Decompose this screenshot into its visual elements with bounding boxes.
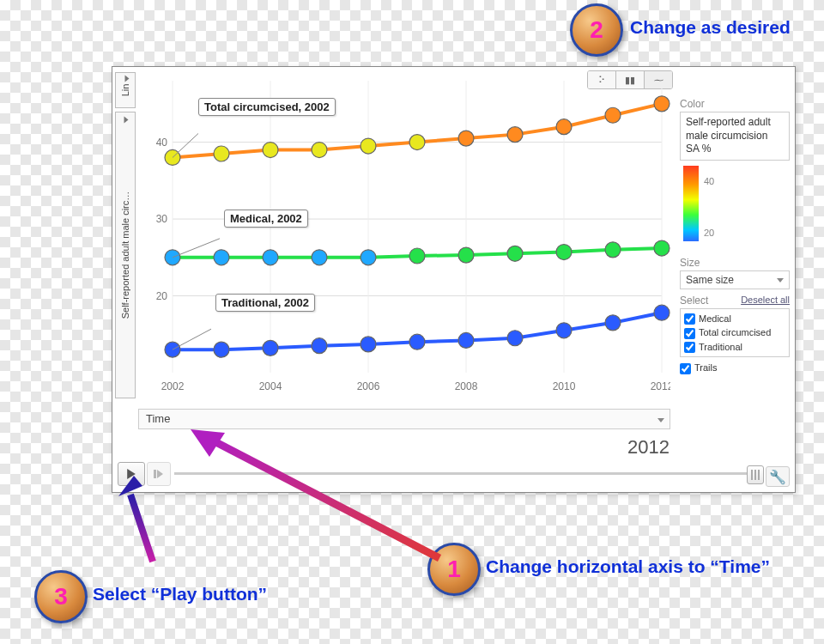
svg-marker-62	[118, 476, 142, 496]
checkbox-traditional[interactable]	[684, 342, 695, 353]
select-label: SelectDeselect all	[680, 295, 790, 307]
yaxis-scale-button[interactable]: Lin	[115, 72, 136, 108]
svg-point-21	[214, 146, 229, 161]
side-panel: Color Self-reported adult male circumcis…	[680, 93, 790, 374]
size-label: Size	[680, 257, 790, 269]
svg-text:30: 30	[156, 213, 168, 225]
series-label-traditional: Traditional, 2002	[215, 294, 315, 312]
svg-point-51	[605, 315, 621, 331]
svg-point-34	[312, 250, 327, 265]
gradient-tick-lo: 20	[704, 228, 714, 238]
svg-point-50	[556, 323, 572, 338]
svg-point-25	[409, 135, 425, 150]
settings-button[interactable]: 🔧	[766, 466, 790, 487]
svg-text:40: 40	[156, 137, 168, 149]
svg-point-32	[214, 250, 229, 265]
annotation-text-2: Change as desired	[630, 17, 791, 38]
svg-point-44	[263, 340, 278, 355]
size-select[interactable]: Same size	[680, 270, 790, 289]
svg-point-46	[360, 337, 376, 352]
wrench-icon: 🔧	[769, 469, 786, 485]
plot-area: 203040200220042006200820102012 Total cir…	[138, 72, 670, 397]
annotation-badge-2: 2	[570, 3, 623, 57]
svg-point-24	[360, 138, 376, 154]
svg-point-41	[654, 240, 670, 256]
svg-text:2010: 2010	[553, 380, 576, 392]
series-label-medical: Medical, 2002	[224, 210, 308, 228]
deselect-all-link[interactable]: Deselect all	[741, 295, 790, 305]
color-gradient	[683, 166, 699, 241]
color-field-select[interactable]: Self-reported adult male circumcision SA…	[680, 112, 790, 161]
gradient-tick-hi: 40	[704, 176, 714, 186]
arrow-to-play-icon	[118, 476, 170, 570]
select-list: Medical Total circumcised Traditional	[680, 308, 790, 358]
svg-point-36	[409, 248, 425, 264]
select-option-traditional[interactable]: Traditional	[684, 340, 785, 355]
svg-point-30	[654, 96, 670, 112]
year-display: 2012	[627, 436, 670, 459]
color-label: Color	[680, 98, 790, 110]
svg-point-40	[605, 242, 621, 258]
checkbox-total[interactable]	[684, 328, 695, 339]
svg-point-28	[556, 119, 572, 135]
svg-text:2012: 2012	[651, 380, 670, 392]
svg-point-52	[654, 305, 670, 320]
svg-point-26	[458, 131, 474, 146]
chevron-down-icon	[777, 278, 784, 283]
yaxis-field-button[interactable]: Self-reported adult male circ…	[115, 112, 136, 398]
svg-text:2008: 2008	[455, 380, 478, 392]
time-slider-thumb[interactable]	[747, 465, 764, 484]
checkbox-medical[interactable]	[684, 313, 695, 325]
svg-line-61	[130, 495, 153, 562]
svg-point-47	[409, 334, 425, 349]
svg-point-22	[263, 143, 278, 158]
svg-text:2006: 2006	[357, 380, 380, 392]
svg-point-33	[263, 250, 278, 265]
svg-text:20: 20	[156, 290, 168, 302]
series-label-total: Total circumcised, 2002	[198, 98, 336, 116]
arrow-to-time-icon	[182, 421, 457, 567]
svg-text:2004: 2004	[259, 380, 282, 392]
svg-point-45	[312, 338, 327, 354]
annotation-badge-3: 3	[34, 570, 88, 623]
svg-point-29	[605, 107, 621, 123]
svg-point-31	[165, 250, 180, 265]
svg-point-49	[507, 331, 523, 346]
svg-point-37	[458, 247, 474, 263]
checkbox-trails[interactable]	[680, 363, 691, 374]
annotation-text-3: Select “Play button”	[93, 584, 267, 605]
trails-option[interactable]: Trails	[680, 362, 790, 374]
svg-point-43	[214, 342, 229, 357]
select-option-total[interactable]: Total circumcised	[684, 325, 785, 340]
svg-line-53	[173, 133, 198, 157]
chevron-down-icon	[657, 418, 664, 422]
select-option-medical[interactable]: Medical	[684, 312, 785, 326]
chart-svg: 203040200220042006200820102012	[138, 72, 670, 397]
svg-text:2002: 2002	[161, 380, 185, 392]
svg-point-38	[507, 246, 523, 261]
svg-point-27	[507, 127, 523, 143]
svg-point-48	[458, 332, 474, 348]
svg-line-55	[173, 329, 211, 349]
svg-point-35	[360, 250, 376, 265]
svg-point-39	[556, 245, 572, 260]
svg-line-54	[173, 239, 220, 258]
annotation-text-1: Change horizontal axis to “Time”	[486, 556, 770, 577]
svg-line-59	[208, 438, 439, 558]
svg-point-23	[312, 143, 327, 158]
